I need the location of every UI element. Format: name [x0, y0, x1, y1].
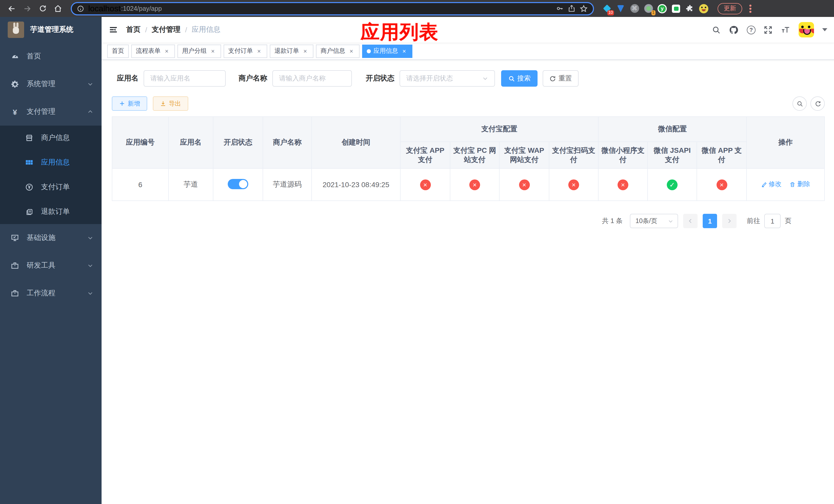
- close-icon[interactable]: ×: [209, 47, 216, 54]
- status-badge: ✓: [667, 179, 678, 190]
- page-size-value: 10条/页: [636, 216, 657, 225]
- sidebar-item-system[interactable]: 系统管理: [0, 70, 102, 98]
- sidebar-item-pay-order[interactable]: 支付订单: [0, 175, 102, 200]
- password-key-icon[interactable]: [556, 5, 564, 12]
- tab-label: 流程表单: [136, 47, 160, 55]
- cell-actions: 修改 删除: [747, 168, 825, 201]
- browser-update-button[interactable]: 更新: [718, 3, 742, 14]
- share-icon[interactable]: [568, 5, 575, 12]
- tab-process-form[interactable]: 流程表单×: [131, 44, 175, 58]
- font-size-icon[interactable]: [781, 25, 790, 34]
- page-size-select[interactable]: 10条/页: [630, 214, 678, 228]
- pay-order-icon: [25, 183, 34, 191]
- tab-app-info[interactable]: 应用信息×: [362, 44, 412, 58]
- ext-pin-icon[interactable]: 10: [602, 4, 611, 13]
- edit-button[interactable]: 修改: [761, 180, 782, 189]
- sidebar-item-home[interactable]: 首页: [0, 43, 102, 70]
- next-page-button[interactable]: [722, 214, 737, 228]
- sidebar-item-payment[interactable]: ¥ 支付管理: [0, 98, 102, 125]
- export-button[interactable]: 导出: [153, 96, 188, 111]
- user-avatar[interactable]: [798, 22, 814, 38]
- cell-merchant-name: 芋道源码: [263, 168, 312, 201]
- status-badge: ×: [519, 179, 530, 190]
- col-alipay-wap: 支付宝 WAP 网站支付: [499, 142, 549, 168]
- col-open-status: 开启状态: [213, 117, 263, 168]
- tab-user-group[interactable]: 用户分组×: [177, 44, 221, 58]
- breadcrumb-current: 应用信息: [192, 25, 221, 35]
- status-badge: ×: [618, 179, 628, 190]
- cell-wechat-mini: ×: [598, 168, 648, 201]
- close-icon[interactable]: ×: [163, 47, 170, 54]
- monitor-icon: [10, 234, 20, 242]
- chevron-left-icon: [687, 218, 694, 224]
- breadcrumb-section[interactable]: 支付管理: [152, 25, 180, 35]
- close-icon[interactable]: ×: [302, 47, 309, 54]
- tab-home[interactable]: 首页: [107, 44, 129, 58]
- sidebar-item-merchant-info[interactable]: 商户信息: [0, 125, 102, 150]
- col-merchant-name: 商户名称: [263, 117, 312, 168]
- goto-page-input[interactable]: [764, 214, 781, 228]
- site-info-icon[interactable]: [77, 5, 84, 12]
- sidebar-item-label: 退款订单: [41, 207, 93, 216]
- add-button[interactable]: 新增: [112, 96, 147, 111]
- bookmark-star-icon[interactable]: [579, 4, 588, 13]
- browser-reload-icon[interactable]: [36, 2, 49, 15]
- search-button[interactable]: 搜索: [501, 70, 537, 87]
- trash-icon: [790, 182, 796, 188]
- chat-shape: [672, 4, 680, 13]
- col-group-alipay: 支付宝配置: [400, 117, 598, 142]
- tab-pay-order[interactable]: 支付订单×: [224, 44, 267, 58]
- pagination-total: 共 1 条: [602, 216, 623, 226]
- close-icon[interactable]: ×: [348, 47, 355, 54]
- github-icon[interactable]: [729, 25, 739, 35]
- status-toggle[interactable]: [228, 179, 248, 189]
- tab-merchant-info[interactable]: 商户信息×: [316, 44, 359, 58]
- search-icon[interactable]: [712, 25, 721, 34]
- refresh-table-icon[interactable]: [810, 96, 825, 111]
- ext-pin-badge: 10: [607, 10, 614, 15]
- sidebar-item-refund-order[interactable]: 退款订单: [0, 200, 102, 224]
- close-icon[interactable]: ×: [256, 47, 263, 54]
- sidebar-collapse-icon[interactable]: [109, 25, 118, 35]
- ext-chat-icon[interactable]: [672, 4, 681, 13]
- merchant-name-input[interactable]: 请输入商户名称: [272, 70, 352, 87]
- ext-command-icon[interactable]: ⌘: [630, 4, 639, 13]
- ext-recorder-icon[interactable]: 1: [644, 4, 653, 13]
- breadcrumb-home[interactable]: 首页: [126, 25, 140, 35]
- y-shape: y: [658, 4, 667, 13]
- avatar-caret-down-icon[interactable]: [822, 28, 827, 31]
- fullscreen-icon[interactable]: [764, 25, 772, 34]
- chevron-down-icon: [668, 218, 674, 224]
- ext-puzzle-icon[interactable]: [685, 4, 695, 13]
- hide-search-icon[interactable]: [792, 96, 807, 111]
- sidebar-item-workflow[interactable]: 工作流程: [0, 279, 102, 307]
- help-icon[interactable]: ?: [747, 25, 755, 34]
- sidebar-logo[interactable]: 芋道管理系统: [0, 17, 102, 43]
- ext-y-icon[interactable]: y: [658, 4, 667, 13]
- page-1-button[interactable]: 1: [703, 214, 717, 228]
- merchant-name-label: 商户名称: [239, 74, 267, 83]
- col-group-wechat: 微信配置: [598, 117, 747, 142]
- prev-page-button[interactable]: [683, 214, 698, 228]
- browser-chrome: localhost:1024/pay/app 10 ⌘ 1 y 更新: [0, 0, 834, 17]
- tab-refund-order[interactable]: 退款订单×: [270, 44, 313, 58]
- open-status-select[interactable]: 请选择开启状态: [399, 70, 495, 87]
- extension-area: 10 ⌘ 1 y: [602, 4, 708, 13]
- browser-home-icon[interactable]: [51, 2, 65, 15]
- browser-menu-icon[interactable]: [749, 7, 751, 9]
- sidebar-item-dev-tools[interactable]: 研发工具: [0, 252, 102, 279]
- tab-label: 商户信息: [321, 47, 345, 55]
- browser-forward-icon[interactable]: [21, 2, 34, 15]
- ext-smiley-icon[interactable]: [699, 4, 708, 13]
- pagination: 共 1 条 10条/页 1 前往 页: [112, 214, 791, 228]
- delete-button[interactable]: 删除: [790, 180, 810, 189]
- ext-gem-icon[interactable]: [616, 4, 625, 13]
- address-bar[interactable]: localhost:1024/pay/app: [71, 2, 594, 15]
- close-icon[interactable]: ×: [401, 47, 408, 54]
- browser-back-icon[interactable]: [5, 2, 19, 15]
- col-alipay-pc: 支付宝 PC 网站支付: [450, 142, 499, 168]
- sidebar-item-app-info[interactable]: 应用信息: [0, 150, 102, 175]
- sidebar-item-infrastructure[interactable]: 基础设施: [0, 224, 102, 252]
- app-name-input[interactable]: 请输入应用名: [144, 70, 226, 87]
- reset-button[interactable]: 重置: [543, 70, 578, 87]
